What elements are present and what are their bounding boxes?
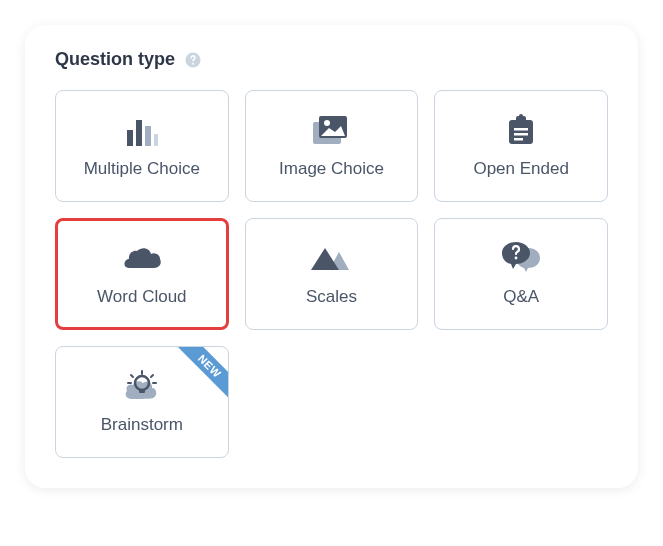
- svg-rect-12: [514, 128, 528, 131]
- svg-point-1: [192, 62, 194, 64]
- card-label: Multiple Choice: [84, 159, 200, 179]
- question-type-grid: Multiple Choice Image Choice: [55, 90, 608, 458]
- card-label: Word Cloud: [97, 287, 186, 307]
- card-label: Image Choice: [279, 159, 384, 179]
- svg-line-19: [131, 375, 133, 377]
- svg-rect-17: [139, 389, 145, 393]
- svg-rect-2: [127, 130, 133, 146]
- card-multiple-choice[interactable]: Multiple Choice: [55, 90, 229, 202]
- card-label: Scales: [306, 287, 357, 307]
- card-label: Q&A: [503, 287, 539, 307]
- svg-rect-11: [519, 114, 523, 119]
- svg-point-15: [515, 257, 518, 260]
- svg-rect-14: [514, 138, 523, 141]
- help-icon[interactable]: [183, 50, 203, 70]
- question-bubble-icon: [499, 241, 543, 277]
- svg-point-8: [324, 120, 330, 126]
- card-brainstorm[interactable]: NEW Brainstorm: [55, 346, 229, 458]
- question-type-panel: Question type Multiple Choice: [25, 25, 638, 488]
- svg-rect-13: [514, 133, 528, 136]
- svg-line-20: [151, 375, 153, 377]
- svg-rect-3: [136, 120, 142, 146]
- card-open-ended[interactable]: Open Ended: [434, 90, 608, 202]
- card-scales[interactable]: Scales: [245, 218, 419, 330]
- svg-rect-5: [154, 134, 158, 146]
- bar-chart-icon: [120, 113, 164, 149]
- image-icon: [309, 113, 353, 149]
- lightbulb-icon: [120, 369, 164, 405]
- card-qa[interactable]: Q&A: [434, 218, 608, 330]
- mountain-icon: [309, 241, 353, 277]
- cloud-icon: [120, 241, 164, 277]
- new-badge: NEW: [174, 346, 228, 402]
- card-label: Brainstorm: [101, 415, 183, 435]
- panel-title: Question type: [55, 49, 175, 70]
- panel-header: Question type: [55, 49, 608, 70]
- card-image-choice[interactable]: Image Choice: [245, 90, 419, 202]
- card-label: Open Ended: [473, 159, 568, 179]
- card-word-cloud[interactable]: Word Cloud: [55, 218, 229, 330]
- svg-rect-4: [145, 126, 151, 146]
- clipboard-icon: [499, 113, 543, 149]
